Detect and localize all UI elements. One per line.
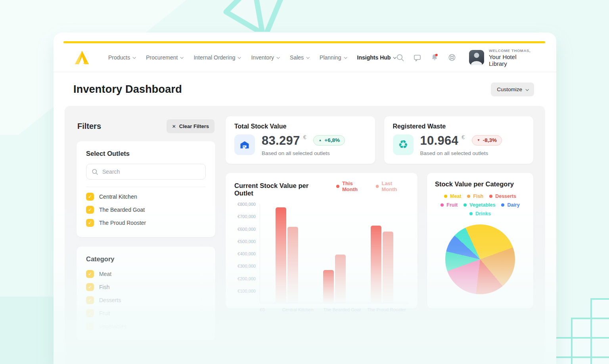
help-icon[interactable] xyxy=(448,53,456,62)
legend-dot xyxy=(489,195,492,198)
welcome-greeting: WELCOME THOMAS, xyxy=(489,48,534,53)
clear-filters-label: Clear Filters xyxy=(179,123,209,129)
x-tick-label: Central Kitchen xyxy=(276,307,320,312)
currency-symbol: € xyxy=(303,134,306,140)
checkbox-desserts[interactable]: ✓ xyxy=(86,296,94,304)
legend-item-fruit[interactable]: Fruit xyxy=(440,202,458,208)
delta-badge-down: ▼ -8,3% xyxy=(472,135,502,146)
nav-item-internal-ordering[interactable]: Internal Ordering xyxy=(193,54,240,61)
pie-chart-title: Stock Value per Category xyxy=(435,180,525,188)
filters-heading: Filters xyxy=(77,122,101,131)
checkbox-row-the-proud-rooster: ✓The Proud Rooster xyxy=(86,219,206,227)
bar-plot: €800,000€700,000€600,000€500,000€400,000… xyxy=(234,204,409,303)
checkbox-label: Desserts xyxy=(99,297,121,303)
bar-chart-legend: This MonthLast Month xyxy=(336,180,409,192)
y-zero-label: €0 xyxy=(260,307,276,312)
category-list: ✓Meat✓Fish✓Desserts✓Fruit✓Vegetables xyxy=(86,270,206,330)
nav-item-procurement[interactable]: Procurement xyxy=(146,54,183,61)
checkbox-row-desserts: ✓Desserts xyxy=(86,296,206,304)
nav-item-sales[interactable]: Sales xyxy=(290,54,309,61)
nav-item-insights-hub[interactable]: Insights Hub xyxy=(357,54,396,61)
bell-icon[interactable] xyxy=(430,53,439,62)
bar-this-month-the-bearded-goat xyxy=(323,270,334,303)
legend-item-desserts[interactable]: Desserts xyxy=(489,193,516,199)
checkbox-central-kitchen[interactable]: ✓ xyxy=(86,193,94,201)
category-heading: Category xyxy=(86,255,206,263)
nav-item-inventory[interactable]: Inventory xyxy=(251,54,279,61)
checkbox-label: Fruit xyxy=(99,310,110,316)
filters-panel: Filters ✕ Clear Filters Select Outlets xyxy=(77,116,215,354)
account-name: Your Hotel Library xyxy=(489,54,534,67)
decor-triangle xyxy=(214,0,305,32)
checkbox-label: Meat xyxy=(99,271,111,277)
search-icon[interactable] xyxy=(396,53,404,62)
dashboard-content: Filters ✕ Clear Filters Select Outlets xyxy=(65,106,545,364)
legend-dot xyxy=(469,212,473,215)
y-tick-label: €400,000 xyxy=(237,251,256,256)
outlet-search-input[interactable] xyxy=(102,169,200,175)
legend-item-meat[interactable]: Meat xyxy=(444,193,461,199)
bar-this-month-the-proud-rooster xyxy=(371,226,381,303)
checkbox-label: The Bearded Goat xyxy=(99,207,145,213)
charts-row: Current Stock Value per Outlet This Mont… xyxy=(226,173,533,308)
customize-button[interactable]: Customize xyxy=(491,82,534,96)
legend-dot xyxy=(444,195,447,198)
legend-item-fish[interactable]: Fish xyxy=(467,193,483,199)
legend-item-last-month[interactable]: Last Month xyxy=(376,180,409,192)
legend-dot xyxy=(336,185,339,188)
clear-filters-button[interactable]: ✕ Clear Filters xyxy=(167,119,214,133)
card-divider xyxy=(86,187,206,187)
legend-label: Fruit xyxy=(446,202,458,208)
legend-item-vegetables[interactable]: Vegetables xyxy=(463,202,495,208)
kpi-subtext: Based on all selected outlets xyxy=(262,150,345,156)
checkbox-row-fish: ✓Fish xyxy=(86,283,206,291)
nav-menu: ProductsProcurementInternal OrderingInve… xyxy=(108,54,396,61)
checkbox-row-the-bearded-goat: ✓The Bearded Goat xyxy=(86,206,206,214)
top-navbar: ProductsProcurementInternal OrderingInve… xyxy=(54,43,556,72)
legend-dot xyxy=(467,195,470,198)
legend-dot xyxy=(501,203,504,207)
y-tick-label: €700,000 xyxy=(237,214,256,219)
checkbox-meat[interactable]: ✓ xyxy=(86,270,94,278)
checkbox-label: Vegetables xyxy=(99,323,126,330)
checkbox-row-vegetables: ✓Vegetables xyxy=(86,322,206,330)
bar-last-month-the-bearded-goat xyxy=(335,255,346,303)
checkbox-fish[interactable]: ✓ xyxy=(86,283,94,291)
kpi-subtext: Based on all selected outlets xyxy=(420,150,502,156)
legend-item-this-month[interactable]: This Month xyxy=(336,180,369,192)
dashboard-main: Total Stock Value xyxy=(226,116,533,354)
select-outlets-card: Select Outlets ✓Central Kitchen✓The Bear… xyxy=(77,141,215,237)
checkbox-fruit[interactable]: ✓ xyxy=(86,309,94,317)
checkbox-the-proud-rooster[interactable]: ✓ xyxy=(86,219,94,227)
app-logo-icon[interactable] xyxy=(74,50,90,65)
kpi-title: Registered Waste xyxy=(393,123,525,130)
legend-item-dairy[interactable]: Dairy xyxy=(501,202,519,208)
avatar xyxy=(469,50,484,65)
checkbox-vegetables[interactable]: ✓ xyxy=(86,322,94,330)
bar-this-month-central-kitchen xyxy=(276,207,286,303)
close-icon: ✕ xyxy=(172,124,176,129)
bar-chart-title: Current Stock Value per Outlet xyxy=(234,182,328,197)
legend-item-drinks[interactable]: Drinks xyxy=(469,211,491,216)
app-window: ProductsProcurementInternal OrderingInve… xyxy=(54,33,556,364)
select-outlets-heading: Select Outlets xyxy=(86,150,206,157)
chevron-down-icon xyxy=(238,56,241,59)
chat-icon[interactable] xyxy=(413,53,421,62)
bar-group-central-kitchen xyxy=(276,207,298,303)
x-tick-label: The Proud Rooster xyxy=(364,307,409,312)
search-icon xyxy=(92,169,98,175)
legend-label: Desserts xyxy=(495,193,516,199)
total-stock-value-card: Total Stock Value xyxy=(226,116,375,164)
legend-label: Meat xyxy=(450,193,461,199)
stock-per-outlet-chart-card: Current Stock Value per Outlet This Mont… xyxy=(226,173,417,308)
kpi-value: 10.964 xyxy=(420,134,459,147)
y-tick-label: €500,000 xyxy=(237,239,256,244)
currency-symbol: € xyxy=(462,134,465,140)
checkbox-the-bearded-goat[interactable]: ✓ xyxy=(86,206,94,214)
arrow-down-icon: ▼ xyxy=(477,139,480,142)
legend-label: Dairy xyxy=(507,202,519,208)
bar-last-month-central-kitchen xyxy=(287,227,298,303)
user-menu[interactable]: WELCOME THOMAS, Your Hotel Library xyxy=(469,48,534,67)
nav-item-planning[interactable]: Planning xyxy=(320,54,347,61)
nav-item-products[interactable]: Products xyxy=(108,54,135,61)
